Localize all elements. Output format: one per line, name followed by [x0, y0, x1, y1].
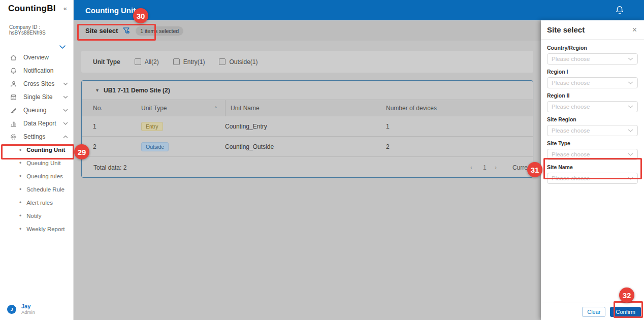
sidebar-item-overview[interactable]: Overview	[0, 51, 74, 64]
cell-unit-type: Entry	[141, 122, 225, 131]
filter-funnel-icon[interactable]	[122, 27, 131, 35]
site-select-toolbar: Site select 1 items selected	[74, 20, 541, 41]
cell-unit-name: Counting_Outside	[225, 143, 386, 150]
app-logo: CountingBI	[8, 4, 56, 14]
field-region-1: Region I Please choose	[547, 69, 638, 88]
region-2-select[interactable]: Please choose	[547, 101, 638, 112]
company-chevron-down-icon[interactable]	[59, 45, 66, 49]
field-region-2: Region II Please choose	[547, 92, 638, 112]
pagination-page-number[interactable]: 1	[483, 157, 487, 178]
sidebar-item-schedule-rule[interactable]: • Schedule Rule	[0, 183, 74, 196]
country-region-select[interactable]: Please choose	[547, 53, 638, 65]
table-footer: Total data: 2 ‹ 1 › Current p	[82, 157, 533, 178]
region-1-select[interactable]: Please choose	[547, 77, 638, 88]
table-row[interactable]: 2 Outside Counting_Outside 2	[82, 137, 533, 157]
sidebar-item-data-report[interactable]: Data Report	[0, 117, 74, 130]
drawer-body: Country/Region Please choose Region I Pl…	[541, 40, 644, 184]
home-icon	[9, 53, 17, 61]
company-section: Company ID : hsBYs88ENh9S	[0, 17, 73, 36]
sidebar: CountingBI « Company ID : hsBYs88ENh9S O…	[0, 0, 74, 320]
sidebar-item-notify[interactable]: • Notify	[0, 209, 74, 222]
chevron-up-icon	[62, 135, 69, 139]
checkbox-icon	[173, 58, 180, 65]
page-title: Counting Unit	[85, 6, 136, 15]
chevron-down-icon	[628, 153, 633, 156]
checkbox-all[interactable]: All(2)	[135, 58, 159, 66]
drawer-title: Site select	[547, 25, 585, 34]
sidebar-item-queuing[interactable]: Queuing	[0, 104, 74, 117]
annotation-badge-29: 29	[74, 144, 89, 159]
sidebar-item-queuing-unit[interactable]: • Queuing Unit	[0, 156, 74, 170]
annotation-badge-30: 30	[133, 8, 148, 23]
sidebar-collapse-icon[interactable]: «	[63, 5, 67, 12]
site-type-select[interactable]: Please choose	[547, 149, 638, 160]
field-country-region: Country/Region Please choose	[547, 45, 638, 65]
cell-no: 1	[93, 123, 141, 130]
cell-devices: 1	[386, 123, 533, 130]
main-content: Site select 1 items selected Unit Type A…	[74, 20, 541, 320]
sidebar-item-cross-sites[interactable]: Cross Sites	[0, 77, 74, 90]
chevron-down-icon	[628, 129, 633, 133]
pagination-prev-icon[interactable]: ‹	[470, 157, 472, 178]
logo-row: CountingBI «	[0, 0, 73, 17]
chevron-down-icon	[628, 177, 633, 180]
chevron-down-icon	[628, 81, 633, 85]
chevron-down-icon	[628, 105, 633, 109]
user-name: Jay	[21, 303, 35, 309]
notification-bell-icon[interactable]	[615, 5, 625, 15]
bar-chart-icon	[9, 119, 17, 127]
items-selected-badge: 1 items selected	[136, 26, 183, 36]
sidebar-item-alert-rules[interactable]: • Alert rules	[0, 196, 74, 209]
sidebar-item-counting-unit[interactable]: • Counting Unit	[0, 143, 74, 156]
col-unit-type[interactable]: Unit Type ^	[141, 105, 225, 112]
chevron-down-icon	[62, 95, 69, 99]
site-name-select[interactable]: Please choose	[547, 173, 638, 184]
close-icon[interactable]: ×	[632, 26, 637, 34]
gear-icon	[9, 133, 17, 141]
site-select-drawer: Site select × Country/Region Please choo…	[541, 20, 644, 320]
bell-icon	[9, 67, 17, 75]
sidebar-item-weekly-report[interactable]: • Weekly Report	[0, 222, 74, 236]
app-window: CountingBI « Company ID : hsBYs88ENh9S O…	[0, 0, 644, 320]
avatar: J	[7, 305, 16, 314]
unit-type-filter-panel: Unit Type All(2) Entry(1) Outside(1)	[81, 51, 533, 73]
sidebar-item-single-site[interactable]: Single Site	[0, 90, 74, 104]
collapse-triangle-icon: ▾	[96, 87, 99, 93]
col-unit-name: Unit Name	[225, 100, 386, 116]
site-region-select[interactable]: Please choose	[547, 125, 638, 136]
site-select-label: Site select	[85, 27, 118, 35]
chevron-down-icon	[62, 109, 69, 112]
bullet-icon: •	[19, 226, 21, 233]
entry-tag: Entry	[141, 122, 163, 131]
field-site-name: Site Name Please choose	[547, 164, 638, 184]
cell-no: 2	[93, 143, 141, 150]
person-network-icon	[9, 80, 17, 88]
bullet-icon: •	[19, 159, 21, 167]
table-group-header[interactable]: ▾ UB1 7-11 Demo Site (2)	[82, 81, 533, 100]
top-header-bar: Counting Unit	[74, 0, 644, 20]
col-no: No.	[93, 105, 141, 112]
confirm-button[interactable]: Confirm	[610, 307, 641, 317]
total-data-label: Total data: 2	[93, 164, 126, 171]
checkbox-entry[interactable]: Entry(1)	[173, 58, 205, 66]
table-header-row: No. Unit Type ^ Unit Name Number of devi…	[82, 100, 533, 116]
checkbox-outside[interactable]: Outside(1)	[219, 58, 257, 66]
pagination-next-icon[interactable]: ›	[495, 157, 497, 178]
chevron-down-icon	[62, 82, 69, 86]
sidebar-item-queuing-rules[interactable]: • Queuing rules	[0, 170, 74, 183]
store-icon	[9, 93, 17, 101]
table-row[interactable]: 1 Entry Counting_Entry 1	[82, 116, 533, 137]
sidebar-item-notification[interactable]: Notification	[0, 64, 74, 77]
group-title: UB1 7-11 Demo Site (2)	[104, 87, 170, 94]
clear-button[interactable]: Clear	[582, 307, 605, 317]
bullet-icon: •	[19, 212, 21, 219]
sidebar-item-settings[interactable]: Settings	[0, 130, 74, 143]
cell-devices: 2	[386, 143, 533, 150]
sort-caret-icon: ^	[215, 106, 217, 111]
chevron-down-icon	[628, 57, 633, 61]
bullet-icon: •	[19, 199, 21, 206]
bullet-icon: •	[19, 146, 21, 153]
counting-unit-table: ▾ UB1 7-11 Demo Site (2) No. Unit Type ^…	[81, 80, 533, 178]
user-profile[interactable]: J Jay Admin	[7, 303, 35, 315]
bullet-icon: •	[19, 173, 21, 180]
